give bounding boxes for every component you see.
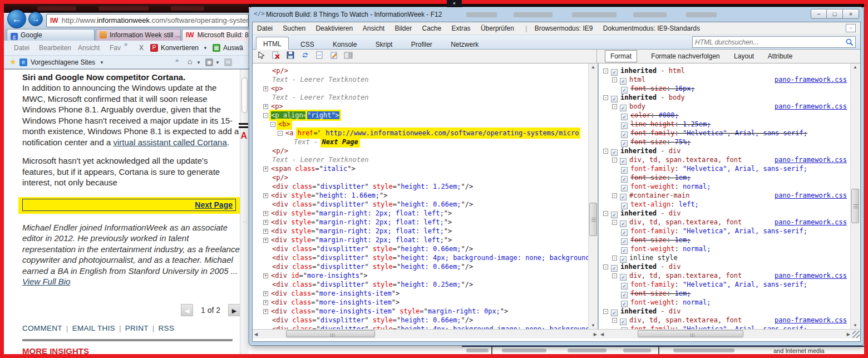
style-row[interactable]: -✓bodypano-framework.css [600,102,850,111]
tab-informationweek[interactable]: Information Week still ... [96,29,181,41]
tree-line[interactable]: -<p align="right"> [256,111,588,120]
scroll-left-icon[interactable]: ◀ [600,332,604,337]
dropdown-caret-icon[interactable]: ▼ [100,60,104,65]
tree-line[interactable]: Text - Leerer Textknoten [256,155,588,164]
view-full-bio-link[interactable]: View Full Bio [22,277,70,286]
style-row[interactable]: ✓font-size: 75%; [600,138,850,146]
style-row[interactable]: ✓font-family: "Helvetica", Arial, sans-s… [600,129,850,138]
next-page-link[interactable]: Next Page [192,199,235,210]
scroll-right-icon[interactable]: ▶ [847,332,850,337]
dropdown-caret-icon[interactable]: ▼ [196,60,201,65]
save-icon[interactable] [285,51,296,62]
html-search-box[interactable] [692,36,856,48]
tree-line[interactable]: <div class="divsplitter" style="height: … [256,253,588,262]
expander-icon[interactable]: - [612,273,617,278]
rss-link[interactable]: RSS [159,324,175,332]
konvertieren-button[interactable]: Konvertieren [161,44,199,52]
style-row[interactable]: ✓font-weight: normal; [600,244,850,253]
scroll-down-icon[interactable]: ▼ [853,323,857,328]
expander-icon[interactable]: - [603,68,608,73]
expander-icon[interactable]: - [612,158,617,163]
tree-line[interactable]: Text - Leerer Textknoten [256,75,588,84]
tree-line[interactable]: <div class="divsplitter" style="height: … [256,280,588,289]
tree-line[interactable]: <p/> [256,66,588,75]
expander-icon[interactable]: - [612,220,617,225]
email-this-link[interactable]: EMAIL THIS [72,324,115,332]
tree-line[interactable]: Text - Next Page [256,138,588,146]
tab-skript[interactable]: Skript [369,38,400,51]
browser-mode-menu[interactable]: Browsermodus: IE9 [535,24,593,32]
pin-panel-button[interactable]: − [846,24,856,32]
scrollbar-thumb[interactable] [589,203,597,236]
tree-line[interactable]: <div class="divsplitter" style="height: … [256,200,588,209]
style-row[interactable]: ✓font-size: 16px; [600,84,850,93]
tree-vertical-scrollbar[interactable]: ▲ ▼ [588,63,598,329]
expander-icon[interactable]: - [612,77,617,82]
next-page-button[interactable]: ▶ [228,304,240,316]
menu-datei[interactable]: Datei [14,44,29,52]
tab-google[interactable]: gGoogle [7,29,95,41]
minimize-button[interactable]: − [811,9,827,19]
auswaehlen-button[interactable]: Auswä [223,44,243,52]
print-link[interactable]: PRINT [125,324,149,332]
search-icon[interactable] [846,38,854,46]
style-row[interactable]: -✓inherited - div [600,262,850,271]
tab-attribute[interactable]: Attribute [768,52,793,60]
address-bar[interactable]: IWhttp://www.informationweek.com/softwar… [46,14,249,27]
expander-icon[interactable]: - [263,113,268,118]
tree-line[interactable]: <div class="divsplitter" style="height: … [256,262,588,271]
stylesheet-link[interactable]: pano-framework.css [775,316,847,325]
cortana-link[interactable]: virtual assistant called Cortana [113,138,226,147]
dropdown-caret-icon[interactable]: ▼ [215,60,220,65]
tree-horizontal-scrollbar[interactable]: ◀ ▶ [253,329,599,339]
expander-icon[interactable]: + [263,273,268,278]
style-row[interactable]: ✓text-align: left; [600,200,850,209]
tree-line[interactable]: +<div style="margin-right: 2px; float: l… [256,236,588,244]
select-element-icon[interactable] [256,51,267,62]
view-source-icon[interactable]: <> [314,51,325,62]
style-row[interactable]: ✓font-family: "Helvetica", Arial, sans-s… [600,227,850,236]
expander-icon[interactable]: - [603,264,608,269]
scroll-up-icon[interactable]: ▲ [591,65,595,70]
expander-icon[interactable]: + [263,104,268,109]
tree-line[interactable]: -<b> [256,120,588,129]
dt-menu-ueberpruefen[interactable]: Überprüfen [481,24,514,32]
styles-vertical-scrollbar[interactable]: ▲ ▼ [850,63,860,329]
stylesheet-link[interactable]: pano-framework.css [775,218,847,227]
stylesheet-link[interactable]: pano-framework.css [775,271,847,280]
edit-icon[interactable] [328,51,339,62]
expander-icon[interactable]: - [603,149,608,154]
tree-line[interactable]: +<span class="italic"> [256,164,588,173]
tab-formate-nachverfolgen[interactable]: Formate nachverfolgen [651,52,719,60]
stylesheet-link[interactable]: pano-framework.css [775,75,847,84]
expander-icon[interactable]: + [263,166,268,171]
menu-bearbeiten[interactable]: Bearbeiten [39,44,71,52]
dropdown-caret-icon[interactable]: ▼ [203,46,208,51]
background-close-tab[interactable]: × [447,0,462,7]
tree-line[interactable]: +<div style="margin-right: 2px; float: l… [256,209,588,218]
expander-icon[interactable]: - [603,95,608,100]
tree-line[interactable]: +<div class="more-insights-item" style="… [256,307,588,316]
style-row[interactable]: ✓line-height: 1.25em; [600,120,850,129]
styles-horizontal-scrollbar[interactable]: ◀ ▶ [599,329,860,339]
dt-menu-ansicht[interactable]: Ansicht [363,24,384,32]
style-row[interactable]: -✓inherited - div [600,209,850,218]
style-row[interactable]: -✓inline style [600,253,850,262]
style-row[interactable]: ✓font-size: 1em; [600,173,850,182]
expander-icon[interactable]: + [263,291,268,296]
forward-button[interactable]: → [28,12,43,26]
tree-line[interactable]: +<div style="height: 1.66em;"> [256,191,588,200]
scrollbar-thumb[interactable] [241,77,248,113]
tree-line[interactable]: <p/> [256,173,588,182]
expander-icon[interactable]: + [263,229,268,234]
comment-link[interactable]: COMMENT [22,324,62,332]
tab-profiler[interactable]: Profiler [405,38,439,51]
style-row[interactable]: -✓div, td, span.textarea, fontpano-frame… [600,155,850,164]
expander-icon[interactable]: + [263,193,268,198]
expander-icon[interactable]: + [263,220,268,225]
style-row[interactable]: ✓font-family: "Helvetica", Arial, sans-s… [600,164,850,173]
tab-konsole[interactable]: Konsole [326,38,363,51]
tree-line[interactable]: +<div class="more-insights-item"> [256,298,588,307]
expander-icon[interactable]: - [603,309,608,314]
tree-line[interactable]: <div class="divsplitter" style="height: … [256,316,588,325]
